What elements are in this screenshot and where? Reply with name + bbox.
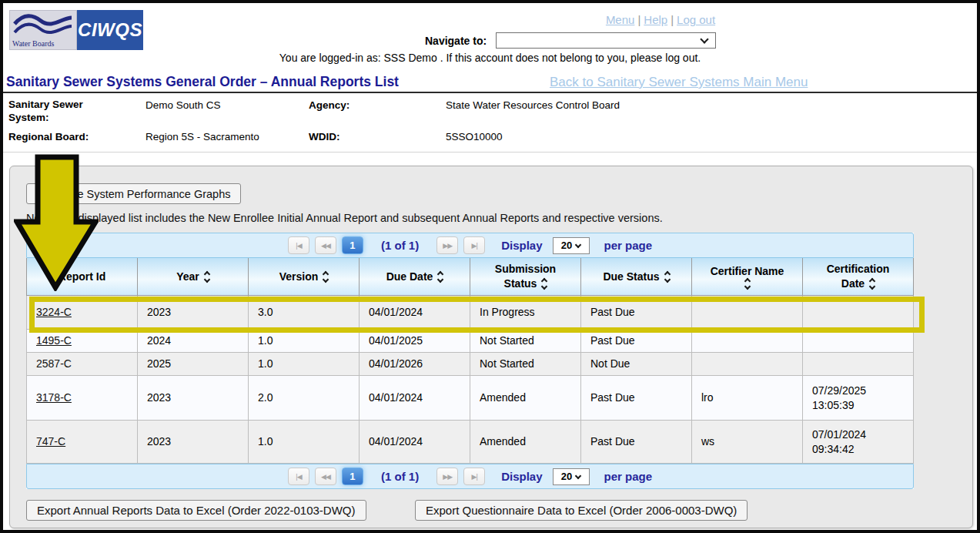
back-to-main-menu-link[interactable]: Back to Sanitary Sewer Systems Main Menu [550, 75, 808, 90]
version-cell: 1.0 [249, 421, 360, 464]
header-certifier-name[interactable]: Certifier Name [692, 258, 803, 296]
due-date-cell: 04/01/2026 [360, 353, 470, 376]
export-annual-reports-button[interactable]: Export Annual Reports Data to Excel (Ord… [26, 500, 366, 521]
certifier-name-cell [692, 330, 803, 353]
prev-page-button[interactable]: ◀◀ [315, 468, 336, 485]
first-page-button[interactable]: |◀ [288, 236, 309, 254]
header-label: Certifier Name [711, 264, 784, 279]
submission-status-cell: Not Started [470, 353, 581, 376]
due-status-cell: Past Due [581, 376, 692, 421]
year-cell: 2025 [138, 353, 249, 376]
report-id-link[interactable]: 3178-C [36, 391, 137, 405]
report-id-link[interactable]: 747-C [36, 434, 137, 449]
logout-link[interactable]: Log out [677, 13, 715, 26]
next-page-button[interactable]: ▶▶ [436, 468, 458, 485]
header-due-status[interactable]: Due Status [581, 258, 692, 296]
certifier-name-cell [692, 296, 803, 330]
table-row: 2587-C 2025 1.0 04/01/2026 Not Started N… [26, 353, 914, 376]
page-size-dropdown[interactable]: 20 [553, 468, 590, 485]
header-certification-date[interactable]: Certification Date [803, 258, 914, 296]
paginator-bottom: |◀ ◀◀ 1 (1 of 1) ▶▶ ▶| Display 20 per pa… [26, 464, 914, 489]
paginator-top: |◀ ◀◀ 1 (1 of 1) ▶▶ ▶| Display 20 per pa… [26, 233, 914, 258]
page-1-button[interactable]: 1 [342, 468, 363, 485]
page-count: (1 of 1) [381, 239, 419, 252]
page-count: (1 of 1) [381, 470, 419, 483]
version-cell: 1.0 [249, 353, 360, 376]
prev-page-button[interactable]: ◀◀ [315, 236, 336, 254]
navigate-to-dropdown[interactable] [496, 32, 716, 49]
page-size-value: 20 [561, 240, 572, 251]
sort-icon [542, 279, 547, 289]
certifier-name-cell: ws [692, 421, 803, 464]
page-1-button[interactable]: 1 [342, 236, 363, 254]
list-note: Note: The displayed list includes the Ne… [26, 212, 663, 224]
page-size-dropdown[interactable]: 20 [553, 237, 590, 254]
menu-link[interactable]: Menu [606, 13, 635, 26]
due-date-cell: 04/01/2024 [360, 376, 470, 421]
regional-board-label: Regional Board: [8, 130, 89, 143]
generate-performance-graphs-button[interactable]: Generate System Performance Graphs [26, 183, 241, 204]
report-id-link[interactable]: 1495-C [36, 334, 137, 348]
submission-status-cell: Amended [470, 376, 581, 421]
report-id-text: 2587-C [36, 357, 137, 371]
certification-date-cell [803, 353, 914, 376]
due-status-cell: Past Due [581, 296, 692, 330]
year-cell: 2023 [138, 376, 249, 421]
due-date-cell: 04/01/2025 [360, 330, 470, 353]
submission-status-cell: In Progress [470, 296, 581, 330]
due-status-cell: Past Due [581, 330, 692, 353]
year-cell: 2023 [138, 296, 249, 330]
next-page-button[interactable]: ▶▶ [436, 236, 458, 254]
agency-label: Agency: [309, 99, 350, 112]
export-questionnaire-button[interactable]: Export Questionnaire Data to Excel (Orde… [415, 500, 748, 521]
version-cell: 2.0 [249, 376, 360, 421]
annual-reports-table: |◀ ◀◀ 1 (1 of 1) ▶▶ ▶| Display 20 per pa… [26, 233, 914, 489]
header-report-id[interactable]: Report Id [27, 258, 138, 296]
header-label: Year [176, 270, 199, 284]
report-id-link[interactable]: 3224-C [36, 305, 137, 320]
navigate-to-label: Navigate to: [425, 35, 487, 47]
table-row: 3178-C 2023 2.0 04/01/2024 Amended Past … [26, 376, 914, 421]
sort-icon [870, 279, 875, 289]
per-page-label: per page [604, 239, 653, 252]
login-notice: You are logged-in as: SSS Demo . If this… [3, 52, 977, 64]
ciwqs-logo: Water Boards CIWQS [9, 10, 143, 50]
due-status-cell: Not Due [581, 353, 692, 376]
ciwqs-annual-reports-page: Water Boards CIWQS Menu|Help|Log out Nav… [0, 0, 980, 533]
sss-label: Sanitary Sewer System: [8, 98, 109, 124]
chevron-down-icon [575, 472, 581, 478]
certifier-name-cell [692, 353, 803, 376]
year-cell: 2023 [138, 421, 249, 464]
sort-icon [323, 272, 328, 282]
title-divider [3, 92, 977, 93]
header-label: Due Status [603, 270, 659, 284]
first-page-button[interactable]: |◀ [288, 468, 309, 485]
table-row: 1495-C 2024 1.0 04/01/2025 Not Started P… [26, 330, 914, 353]
top-nav-links: Menu|Help|Log out [602, 13, 719, 26]
chevron-down-icon [575, 241, 581, 247]
header-version[interactable]: Version [249, 258, 360, 296]
info-divider [3, 152, 977, 153]
header-due-date[interactable]: Due Date [360, 258, 470, 296]
last-page-button[interactable]: ▶| [463, 236, 485, 254]
page-title: Sanitary Sewer Systems General Order – A… [6, 74, 399, 90]
header-label: Certification [827, 262, 890, 277]
header-label: Version [279, 270, 319, 284]
version-cell: 3.0 [249, 296, 360, 330]
water-boards-logo: Water Boards [9, 10, 77, 50]
sort-icon [745, 279, 750, 289]
last-page-button[interactable]: ▶| [463, 468, 485, 485]
certifier-name-cell: lro [692, 376, 803, 421]
table-row: 747-C 2023 1.0 04/01/2024 Amended Past D… [26, 421, 914, 464]
help-link[interactable]: Help [644, 13, 667, 26]
sort-icon [205, 272, 209, 282]
wdid-label: WDID: [309, 130, 340, 143]
header-submission-status[interactable]: Submission Status [470, 258, 581, 296]
ciwqs-wordmark: CIWQS [77, 10, 143, 50]
display-label: Display [501, 470, 542, 483]
certification-date-cell [803, 296, 914, 330]
header-label: Due Date [386, 270, 433, 284]
sort-icon [438, 272, 443, 282]
display-label: Display [501, 239, 542, 252]
header-year[interactable]: Year [138, 258, 249, 296]
